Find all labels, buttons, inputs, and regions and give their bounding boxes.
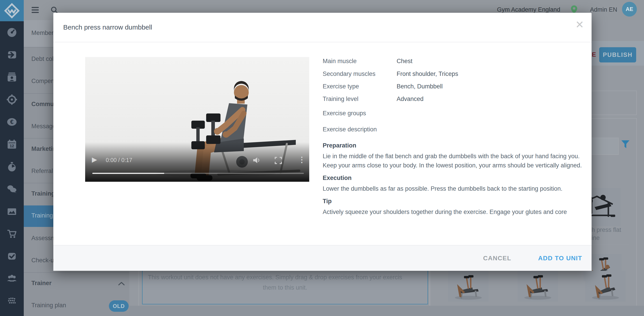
exercise-description[interactable]: Preparation Lie in the middle of the fla… bbox=[323, 140, 582, 226]
play-button[interactable]: ▶ bbox=[92, 156, 97, 163]
modal-title: Bench press narrow dumbbell bbox=[63, 13, 152, 42]
detail-row: Secondary musclesFront shoulder, Triceps bbox=[323, 70, 458, 79]
user-menu[interactable]: Admin EN bbox=[590, 6, 617, 13]
sidebar-item-label: Check-u bbox=[31, 257, 54, 264]
video-progress-bar[interactable] bbox=[92, 173, 304, 174]
sidebar-item-label: Debt coll bbox=[31, 55, 55, 62]
target-icon[interactable] bbox=[7, 94, 17, 105]
sidebar-item-label: Compen bbox=[31, 78, 54, 85]
modal-footer: CANCEL ADD TO UNIT bbox=[53, 245, 592, 271]
exercise-thumbnail-flat[interactable] bbox=[518, 271, 558, 302]
exercise-caption-line1: h press flat bbox=[592, 226, 621, 233]
section-text: Actively squeeze your shoulders together… bbox=[323, 207, 582, 217]
sidebar-item-trainer[interactable]: Trainer bbox=[24, 273, 129, 295]
sidebar-item-label: Marketin bbox=[31, 146, 56, 153]
detail-row: Exercise description bbox=[323, 126, 396, 135]
cancel-button[interactable]: CANCEL bbox=[483, 255, 511, 262]
filter-funnel-icon[interactable] bbox=[621, 140, 630, 149]
detail-label: Main muscle bbox=[323, 58, 396, 65]
dropzone-text-line2: them to this unit. bbox=[142, 284, 428, 291]
exercise-thumbnail-flat[interactable] bbox=[585, 271, 626, 302]
add-to-unit-button[interactable]: ADD TO UNIT bbox=[538, 255, 582, 262]
video-buffered bbox=[92, 173, 164, 174]
video-time: 0:00 / 0:17 bbox=[106, 157, 132, 163]
groups-people-icon[interactable] bbox=[7, 274, 17, 284]
detail-row: Main muscleChest bbox=[323, 58, 412, 67]
detail-value: Advanced bbox=[396, 96, 424, 102]
exercise-thumbnail-flat[interactable] bbox=[448, 271, 488, 302]
fullscreen-icon[interactable] bbox=[275, 157, 282, 164]
page-bottom-strip bbox=[129, 306, 644, 316]
detail-label: Exercise description bbox=[323, 126, 396, 133]
member-card-icon[interactable] bbox=[7, 72, 17, 82]
workout-unit-dropzone[interactable]: This workout unit does not have any exer… bbox=[142, 267, 428, 304]
dropzone-text-line1: This workout unit does not have any exer… bbox=[148, 274, 426, 281]
detail-value: Bench, Dumbbell bbox=[396, 83, 443, 90]
dashboard-icon[interactable] bbox=[7, 27, 17, 38]
detail-row: Exercise typeBench, Dumbbell bbox=[323, 83, 443, 92]
app-root: Gym Academy England Admin EN AE € bbox=[0, 0, 644, 316]
sidebar-item-label: Commu bbox=[31, 101, 54, 108]
sidebar-item-label: Assessm bbox=[31, 235, 56, 242]
hamburger-menu-icon[interactable] bbox=[32, 7, 39, 13]
sidebar-item-label: Message bbox=[31, 123, 56, 130]
app-logo[interactable] bbox=[0, 0, 24, 21]
detail-label: Exercise type bbox=[323, 83, 396, 90]
delete-button-partial[interactable]: E bbox=[592, 51, 596, 58]
apps-dots-icon[interactable] bbox=[7, 296, 17, 306]
shop-cart-icon[interactable] bbox=[7, 229, 17, 239]
exercise-caption-line2: ine bbox=[592, 235, 600, 241]
svg-text:12: 12 bbox=[10, 144, 14, 148]
detail-label: Exercise groups bbox=[323, 110, 396, 117]
detail-row: Training levelAdvanced bbox=[323, 96, 424, 105]
detail-value: Front shoulder, Triceps bbox=[396, 70, 458, 77]
section-heading: Preparation bbox=[323, 142, 582, 149]
avatar[interactable]: AE bbox=[622, 2, 637, 16]
chat-bubbles-icon[interactable] bbox=[7, 184, 17, 194]
detail-row: Exercise groups bbox=[323, 110, 396, 119]
media-image-icon[interactable] bbox=[7, 206, 17, 217]
chevron-up-icon bbox=[118, 282, 125, 286]
sidebar-item-label: Training bbox=[31, 212, 53, 219]
modal-header: Bench press narrow dumbbell ✕ bbox=[53, 13, 592, 42]
old-badge: OLD bbox=[109, 300, 128, 312]
checkin-arrow-icon[interactable] bbox=[7, 50, 17, 60]
exercise-video-player[interactable]: ▶ 0:00 / 0:17 ⋮ bbox=[85, 57, 309, 182]
svg-text:€: € bbox=[10, 119, 14, 125]
sidebar-item-label: Training plan bbox=[31, 302, 66, 309]
close-icon[interactable]: ✕ bbox=[575, 19, 584, 30]
volume-icon[interactable] bbox=[253, 157, 261, 164]
exercise-detail-modal: Bench press narrow dumbbell ✕ bbox=[53, 13, 592, 271]
section-text: Lower the dumbbells as far as possible. … bbox=[323, 184, 582, 193]
icon-rail bbox=[0, 0, 24, 316]
sidebar-item-training-plan[interactable]: Training plan OLD bbox=[24, 295, 129, 316]
calendar-icon[interactable]: 12 bbox=[7, 139, 17, 150]
section-heading: Tip bbox=[323, 198, 582, 205]
detail-label: Training level bbox=[323, 96, 396, 103]
sidebar-item-label: Referral bbox=[31, 168, 53, 174]
detail-label: Secondary muscles bbox=[323, 70, 396, 77]
sidebar-item-label: Training bbox=[31, 190, 55, 197]
org-selector[interactable]: Gym Academy England bbox=[497, 6, 560, 13]
finance-euro-icon[interactable]: € bbox=[7, 117, 17, 127]
publish-button[interactable]: PUBLISH bbox=[599, 47, 636, 62]
section-text: Lie in the middle of the flat bench and … bbox=[323, 152, 582, 170]
sidebar-item-label: Trainer bbox=[31, 280, 52, 287]
sidebar-item-label: Members bbox=[31, 29, 57, 36]
stopwatch-icon[interactable] bbox=[7, 161, 17, 172]
kebab-menu-icon[interactable]: ⋮ bbox=[298, 155, 306, 164]
section-heading: Execution bbox=[323, 174, 582, 181]
detail-value: Chest bbox=[396, 58, 412, 64]
tasks-check-icon[interactable] bbox=[7, 251, 17, 261]
